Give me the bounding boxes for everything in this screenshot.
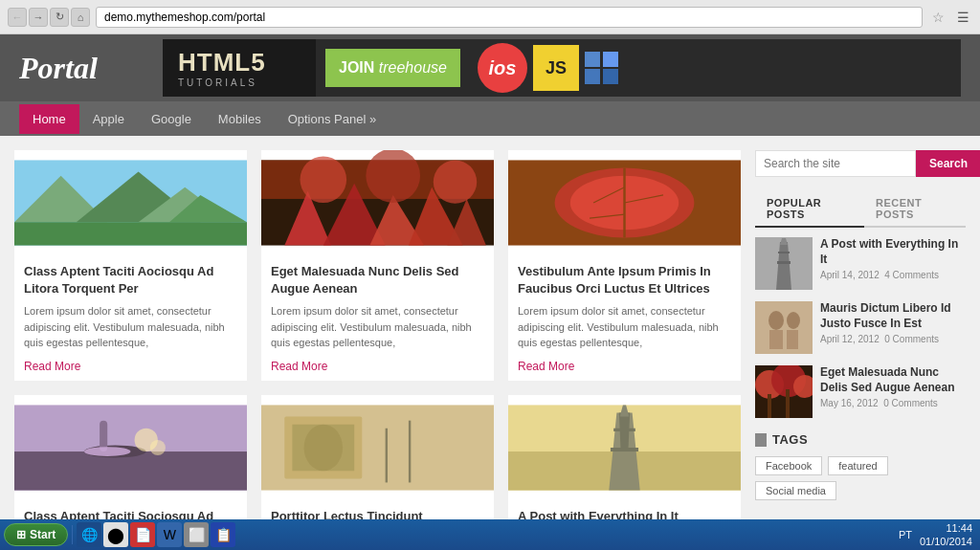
tag-featured[interactable]: featured	[828, 456, 887, 475]
svg-point-51	[787, 312, 800, 329]
back-button[interactable]: ←	[8, 8, 27, 27]
content-area: Class Aptent Taciti Aociosqu Ad Litora T…	[14, 150, 741, 550]
nav-google[interactable]: Google	[138, 104, 205, 134]
read-more-2[interactable]: Read More	[271, 360, 327, 373]
taskbar-language: PT	[895, 529, 916, 540]
tab-recent-posts[interactable]: RECENT POSTS	[864, 191, 966, 226]
popular-post-title-1: A Post with Everything In It	[820, 237, 966, 267]
popular-post-info-2: Mauris Dictum Libero Id Justo Fusce In E…	[820, 301, 966, 344]
read-more-3[interactable]: Read More	[518, 360, 574, 373]
svg-rect-24	[14, 451, 247, 491]
popular-post-title-2: Mauris Dictum Libero Id Justo Fusce In E…	[820, 301, 966, 331]
taskbar-app4-icon[interactable]: ⬜	[184, 522, 209, 547]
svg-rect-35	[409, 421, 411, 483]
site-header: Portal HTML5 TUTORIALS JOIN treehouse io…	[0, 34, 980, 101]
menu-button[interactable]: ☰	[953, 8, 972, 27]
refresh-button[interactable]: ↻	[50, 8, 69, 27]
banner-right: ios JS	[470, 43, 627, 93]
ios-badge: ios	[478, 43, 527, 93]
treehouse-text: treehouse	[374, 59, 447, 77]
taskbar-time: 11:44	[920, 521, 972, 535]
block-1	[585, 52, 600, 67]
svg-rect-5	[14, 222, 247, 245]
tags-header: TAGS	[755, 432, 966, 447]
nav-mobiles[interactable]: Mobiles	[205, 104, 275, 134]
post-thumb-forest	[261, 150, 494, 255]
banner-join-button[interactable]: JOIN treehouse	[325, 49, 460, 87]
taskbar-clock: 11:44 01/10/2014	[920, 521, 972, 549]
post-card-3: Vestibulum Ante Ipsum Primis In Faucibus…	[508, 150, 741, 381]
browser-nav-buttons: ← → ↻ ⌂	[8, 8, 90, 27]
windows-icon: ⊞	[16, 528, 26, 541]
read-more-1[interactable]: Read More	[24, 360, 80, 373]
home-button[interactable]: ⌂	[71, 8, 90, 27]
post-title-3: Vestibulum Ante Ipsum Primis In Faucibus…	[518, 263, 731, 297]
svg-point-14	[366, 150, 420, 203]
search-input[interactable]	[755, 150, 916, 177]
popular-post-1: A Post with Everything In It April 14, 2…	[755, 237, 966, 290]
post-thumb-leaf	[508, 150, 741, 255]
tag-social-media[interactable]: Social media	[755, 481, 836, 500]
start-button[interactable]: ⊞ Start	[4, 523, 68, 546]
block-3	[585, 69, 600, 84]
taskbar-right: PT 11:44 01/10/2014	[895, 521, 976, 549]
post-card-2: Eget Malesuada Nunc Delis Sed Augue Aene…	[261, 150, 494, 381]
svg-rect-40	[611, 448, 638, 451]
svg-rect-48	[755, 301, 813, 354]
blocks-badge	[585, 52, 619, 84]
banner-html5: HTML5	[178, 48, 301, 77]
svg-point-15	[434, 160, 477, 203]
bookmark-button[interactable]: ☆	[928, 8, 947, 27]
taskbar-ie-icon[interactable]: 🌐	[77, 522, 101, 547]
search-box: Search	[755, 150, 966, 177]
tags-title: TAGS	[772, 432, 808, 447]
address-bar[interactable]	[96, 7, 923, 28]
taskbar-app5-icon[interactable]: 📋	[211, 522, 235, 547]
banner-left: HTML5 TUTORIALS	[163, 39, 316, 97]
site-wrapper: Portal HTML5 TUTORIALS JOIN treehouse io…	[0, 34, 980, 550]
popular-post-title-3: Eget Malesuada Nunc Delis Sed Augue Aene…	[820, 365, 966, 395]
tags-section: TAGS Facebook featured Social media	[755, 432, 966, 500]
post-thumb-mountains	[14, 150, 247, 255]
popular-posts-list: A Post with Everything In It April 14, 2…	[755, 237, 966, 418]
taskbar-app3-icon[interactable]: W	[157, 522, 182, 547]
svg-point-49	[768, 311, 784, 330]
post-body-2: Eget Malesuada Nunc Delis Sed Augue Aene…	[261, 255, 494, 381]
post-title-1: Class Aptent Taciti Aociosqu Ad Litora T…	[24, 263, 237, 297]
tags-list: Facebook featured Social media	[755, 456, 966, 500]
taskbar-app2-icon[interactable]: 📄	[130, 522, 155, 547]
post-excerpt-1: Lorem ipsum dolor sit amet, consectetur …	[24, 303, 237, 351]
forward-button[interactable]: →	[29, 8, 48, 27]
post-title-2: Eget Malesuada Nunc Delis Sed Augue Aene…	[271, 263, 484, 297]
svg-rect-26	[100, 421, 107, 451]
post-body-3: Vestibulum Ante Ipsum Primis In Faucibus…	[508, 255, 741, 381]
main-layout: Class Aptent Taciti Aociosqu Ad Litora T…	[0, 136, 980, 550]
popular-post-info-3: Eget Malesuada Nunc Delis Sed Augue Aene…	[820, 365, 966, 408]
nav-apple[interactable]: Apple	[79, 104, 138, 134]
popular-post-thumb-1	[755, 237, 813, 290]
popular-post-meta-2: April 12, 2012 0 Comments	[820, 334, 966, 344]
tags-header-bar	[755, 433, 767, 447]
taskbar-chrome-icon[interactable]: ⬤	[103, 522, 128, 547]
svg-point-27	[84, 447, 131, 456]
popular-post-thumb-2	[755, 301, 813, 354]
popular-post-thumb-3	[755, 365, 813, 418]
banner-tutorials: TUTORIALS	[178, 77, 301, 88]
site-logo: Portal	[19, 51, 144, 86]
tag-facebook[interactable]: Facebook	[755, 456, 822, 475]
search-button[interactable]: Search	[916, 150, 980, 177]
post-thumb-eiffel	[508, 395, 741, 500]
svg-point-29	[150, 440, 166, 455]
svg-rect-50	[769, 330, 783, 349]
post-body-1: Class Aptent Taciti Aociosqu Ad Litora T…	[14, 255, 247, 381]
nav-options[interactable]: Options Panel »	[275, 104, 390, 134]
tab-popular-posts[interactable]: POPULAR POSTS	[755, 191, 864, 228]
header-banner: HTML5 TUTORIALS JOIN treehouse ios JS	[163, 39, 961, 97]
popular-post-2: Mauris Dictum Libero Id Justo Fusce In E…	[755, 301, 966, 354]
popular-post-3: Eget Malesuada Nunc Delis Sed Augue Aene…	[755, 365, 966, 418]
post-excerpt-2: Lorem ipsum dolor sit amet, consectetur …	[271, 303, 484, 351]
svg-rect-34	[386, 429, 388, 483]
nav-home[interactable]: Home	[19, 104, 79, 134]
sidebar: Search POPULAR POSTS RECENT POSTS	[755, 150, 966, 550]
post-card-1: Class Aptent Taciti Aociosqu Ad Litora T…	[14, 150, 247, 381]
